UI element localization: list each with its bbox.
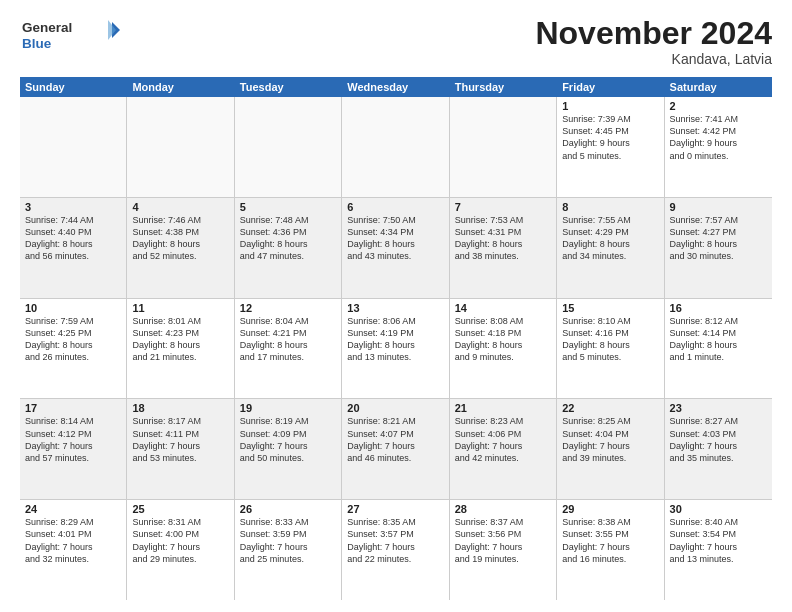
day-number: 23 xyxy=(670,402,767,414)
calendar: SundayMondayTuesdayWednesdayThursdayFrid… xyxy=(20,77,772,600)
day-number: 29 xyxy=(562,503,658,515)
day-number: 26 xyxy=(240,503,336,515)
day-cell: 8Sunrise: 7:55 AM Sunset: 4:29 PM Daylig… xyxy=(557,198,664,298)
day-cell: 20Sunrise: 8:21 AM Sunset: 4:07 PM Dayli… xyxy=(342,399,449,499)
day-number: 11 xyxy=(132,302,228,314)
day-number: 1 xyxy=(562,100,658,112)
weekday-header: Wednesday xyxy=(342,77,449,97)
day-info: Sunrise: 7:46 AM Sunset: 4:38 PM Dayligh… xyxy=(132,214,228,263)
day-cell: 24Sunrise: 8:29 AM Sunset: 4:01 PM Dayli… xyxy=(20,500,127,600)
day-number: 3 xyxy=(25,201,121,213)
day-info: Sunrise: 8:29 AM Sunset: 4:01 PM Dayligh… xyxy=(25,516,121,565)
day-info: Sunrise: 8:23 AM Sunset: 4:06 PM Dayligh… xyxy=(455,415,551,464)
calendar-row: 3Sunrise: 7:44 AM Sunset: 4:40 PM Daylig… xyxy=(20,198,772,299)
day-info: Sunrise: 7:44 AM Sunset: 4:40 PM Dayligh… xyxy=(25,214,121,263)
day-cell: 22Sunrise: 8:25 AM Sunset: 4:04 PM Dayli… xyxy=(557,399,664,499)
day-info: Sunrise: 8:19 AM Sunset: 4:09 PM Dayligh… xyxy=(240,415,336,464)
day-info: Sunrise: 7:39 AM Sunset: 4:45 PM Dayligh… xyxy=(562,113,658,162)
svg-text:Blue: Blue xyxy=(22,36,52,51)
day-info: Sunrise: 8:10 AM Sunset: 4:16 PM Dayligh… xyxy=(562,315,658,364)
day-number: 2 xyxy=(670,100,767,112)
weekday-header: Saturday xyxy=(665,77,772,97)
day-info: Sunrise: 8:12 AM Sunset: 4:14 PM Dayligh… xyxy=(670,315,767,364)
day-cell: 2Sunrise: 7:41 AM Sunset: 4:42 PM Daylig… xyxy=(665,97,772,197)
day-info: Sunrise: 8:25 AM Sunset: 4:04 PM Dayligh… xyxy=(562,415,658,464)
day-info: Sunrise: 7:41 AM Sunset: 4:42 PM Dayligh… xyxy=(670,113,767,162)
day-cell: 16Sunrise: 8:12 AM Sunset: 4:14 PM Dayli… xyxy=(665,299,772,399)
day-cell: 19Sunrise: 8:19 AM Sunset: 4:09 PM Dayli… xyxy=(235,399,342,499)
empty-cell xyxy=(20,97,127,197)
day-info: Sunrise: 8:14 AM Sunset: 4:12 PM Dayligh… xyxy=(25,415,121,464)
day-info: Sunrise: 7:59 AM Sunset: 4:25 PM Dayligh… xyxy=(25,315,121,364)
day-cell: 26Sunrise: 8:33 AM Sunset: 3:59 PM Dayli… xyxy=(235,500,342,600)
day-info: Sunrise: 8:01 AM Sunset: 4:23 PM Dayligh… xyxy=(132,315,228,364)
svg-text:General: General xyxy=(22,20,72,35)
calendar-row: 24Sunrise: 8:29 AM Sunset: 4:01 PM Dayli… xyxy=(20,500,772,600)
day-cell: 1Sunrise: 7:39 AM Sunset: 4:45 PM Daylig… xyxy=(557,97,664,197)
weekday-header: Sunday xyxy=(20,77,127,97)
calendar-row: 17Sunrise: 8:14 AM Sunset: 4:12 PM Dayli… xyxy=(20,399,772,500)
day-number: 14 xyxy=(455,302,551,314)
day-cell: 11Sunrise: 8:01 AM Sunset: 4:23 PM Dayli… xyxy=(127,299,234,399)
weekday-header: Tuesday xyxy=(235,77,342,97)
day-info: Sunrise: 8:08 AM Sunset: 4:18 PM Dayligh… xyxy=(455,315,551,364)
day-cell: 27Sunrise: 8:35 AM Sunset: 3:57 PM Dayli… xyxy=(342,500,449,600)
day-cell: 3Sunrise: 7:44 AM Sunset: 4:40 PM Daylig… xyxy=(20,198,127,298)
location: Kandava, Latvia xyxy=(535,51,772,67)
day-info: Sunrise: 8:40 AM Sunset: 3:54 PM Dayligh… xyxy=(670,516,767,565)
weekday-header: Friday xyxy=(557,77,664,97)
day-info: Sunrise: 8:21 AM Sunset: 4:07 PM Dayligh… xyxy=(347,415,443,464)
day-cell: 14Sunrise: 8:08 AM Sunset: 4:18 PM Dayli… xyxy=(450,299,557,399)
day-number: 6 xyxy=(347,201,443,213)
calendar-row: 1Sunrise: 7:39 AM Sunset: 4:45 PM Daylig… xyxy=(20,97,772,198)
calendar-body: 1Sunrise: 7:39 AM Sunset: 4:45 PM Daylig… xyxy=(20,97,772,600)
day-info: Sunrise: 7:50 AM Sunset: 4:34 PM Dayligh… xyxy=(347,214,443,263)
day-number: 10 xyxy=(25,302,121,314)
weekday-header: Thursday xyxy=(450,77,557,97)
empty-cell xyxy=(127,97,234,197)
title-block: November 2024 Kandava, Latvia xyxy=(535,16,772,67)
calendar-header: SundayMondayTuesdayWednesdayThursdayFrid… xyxy=(20,77,772,97)
day-number: 8 xyxy=(562,201,658,213)
day-cell: 4Sunrise: 7:46 AM Sunset: 4:38 PM Daylig… xyxy=(127,198,234,298)
day-cell: 6Sunrise: 7:50 AM Sunset: 4:34 PM Daylig… xyxy=(342,198,449,298)
day-number: 7 xyxy=(455,201,551,213)
day-number: 21 xyxy=(455,402,551,414)
day-number: 13 xyxy=(347,302,443,314)
day-number: 12 xyxy=(240,302,336,314)
day-cell: 29Sunrise: 8:38 AM Sunset: 3:55 PM Dayli… xyxy=(557,500,664,600)
day-info: Sunrise: 7:53 AM Sunset: 4:31 PM Dayligh… xyxy=(455,214,551,263)
calendar-row: 10Sunrise: 7:59 AM Sunset: 4:25 PM Dayli… xyxy=(20,299,772,400)
day-info: Sunrise: 8:35 AM Sunset: 3:57 PM Dayligh… xyxy=(347,516,443,565)
day-number: 9 xyxy=(670,201,767,213)
day-number: 18 xyxy=(132,402,228,414)
day-cell: 5Sunrise: 7:48 AM Sunset: 4:36 PM Daylig… xyxy=(235,198,342,298)
day-number: 4 xyxy=(132,201,228,213)
day-number: 28 xyxy=(455,503,551,515)
day-cell: 18Sunrise: 8:17 AM Sunset: 4:11 PM Dayli… xyxy=(127,399,234,499)
day-number: 16 xyxy=(670,302,767,314)
logo: General Blue xyxy=(20,16,120,61)
day-info: Sunrise: 8:04 AM Sunset: 4:21 PM Dayligh… xyxy=(240,315,336,364)
empty-cell xyxy=(342,97,449,197)
day-info: Sunrise: 7:48 AM Sunset: 4:36 PM Dayligh… xyxy=(240,214,336,263)
day-number: 5 xyxy=(240,201,336,213)
day-info: Sunrise: 8:31 AM Sunset: 4:00 PM Dayligh… xyxy=(132,516,228,565)
empty-cell xyxy=(235,97,342,197)
logo-svg: General Blue xyxy=(20,16,120,61)
day-info: Sunrise: 8:33 AM Sunset: 3:59 PM Dayligh… xyxy=(240,516,336,565)
day-number: 22 xyxy=(562,402,658,414)
day-cell: 23Sunrise: 8:27 AM Sunset: 4:03 PM Dayli… xyxy=(665,399,772,499)
day-info: Sunrise: 8:37 AM Sunset: 3:56 PM Dayligh… xyxy=(455,516,551,565)
day-info: Sunrise: 7:57 AM Sunset: 4:27 PM Dayligh… xyxy=(670,214,767,263)
day-info: Sunrise: 8:27 AM Sunset: 4:03 PM Dayligh… xyxy=(670,415,767,464)
day-number: 15 xyxy=(562,302,658,314)
day-number: 25 xyxy=(132,503,228,515)
empty-cell xyxy=(450,97,557,197)
day-cell: 7Sunrise: 7:53 AM Sunset: 4:31 PM Daylig… xyxy=(450,198,557,298)
day-cell: 25Sunrise: 8:31 AM Sunset: 4:00 PM Dayli… xyxy=(127,500,234,600)
day-cell: 10Sunrise: 7:59 AM Sunset: 4:25 PM Dayli… xyxy=(20,299,127,399)
day-cell: 9Sunrise: 7:57 AM Sunset: 4:27 PM Daylig… xyxy=(665,198,772,298)
day-number: 30 xyxy=(670,503,767,515)
day-cell: 30Sunrise: 8:40 AM Sunset: 3:54 PM Dayli… xyxy=(665,500,772,600)
